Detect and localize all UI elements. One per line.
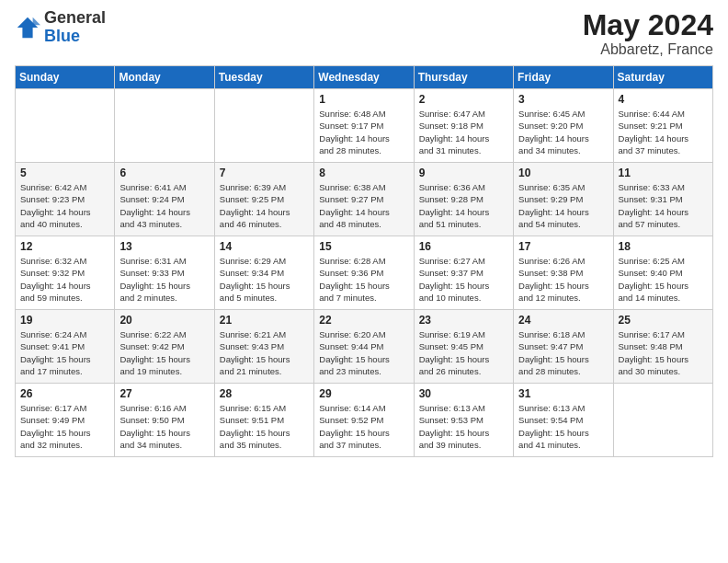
day-number: 22 [319,314,408,327]
day-info: Sunrise: 6:31 AM Sunset: 9:33 PM Dayligh… [119,255,209,304]
svg-marker-1 [33,17,40,25]
day-number: 2 [419,93,508,106]
day-header-monday: Monday [115,66,214,89]
day-cell: 3Sunrise: 6:45 AM Sunset: 9:20 PM Daylig… [514,89,613,163]
day-number: 12 [20,240,109,253]
day-header-sunday: Sunday [16,66,115,89]
day-header-tuesday: Tuesday [214,66,313,89]
day-number: 28 [220,387,309,400]
day-info: Sunrise: 6:13 AM Sunset: 9:54 PM Dayligh… [518,402,608,451]
day-info: Sunrise: 6:16 AM Sunset: 9:50 PM Dayligh… [119,402,209,451]
day-cell: 5Sunrise: 6:42 AM Sunset: 9:23 PM Daylig… [16,163,115,236]
day-header-saturday: Saturday [613,66,712,89]
day-info: Sunrise: 6:13 AM Sunset: 9:53 PM Dayligh… [419,402,508,451]
day-cell [115,89,214,163]
day-cell: 16Sunrise: 6:27 AM Sunset: 9:37 PM Dayli… [414,236,513,310]
week-row-2: 5Sunrise: 6:42 AM Sunset: 9:23 PM Daylig… [16,163,713,236]
calendar-location: Abbaretz, France [583,41,713,58]
day-info: Sunrise: 6:28 AM Sunset: 9:36 PM Dayligh… [319,255,408,304]
day-number: 13 [119,240,209,253]
day-info: Sunrise: 6:22 AM Sunset: 9:42 PM Dayligh… [119,328,209,377]
day-cell: 11Sunrise: 6:33 AM Sunset: 9:31 PM Dayli… [613,163,712,236]
days-header-row: SundayMondayTuesdayWednesdayThursdayFrid… [16,66,713,89]
day-number: 11 [619,167,708,179]
day-cell: 17Sunrise: 6:26 AM Sunset: 9:38 PM Dayli… [514,236,613,310]
day-cell: 22Sunrise: 6:20 AM Sunset: 9:44 PM Dayli… [314,310,414,384]
day-number: 23 [419,314,508,327]
day-header-thursday: Thursday [414,66,513,89]
day-number: 7 [220,167,309,179]
day-cell: 13Sunrise: 6:31 AM Sunset: 9:33 PM Dayli… [115,236,214,310]
day-cell: 9Sunrise: 6:36 AM Sunset: 9:28 PM Daylig… [414,163,513,236]
day-number: 18 [619,240,708,253]
day-info: Sunrise: 6:27 AM Sunset: 9:37 PM Dayligh… [419,255,508,304]
day-number: 9 [419,167,508,179]
day-number: 4 [619,93,708,106]
day-cell: 19Sunrise: 6:24 AM Sunset: 9:41 PM Dayli… [16,310,115,384]
logo-general-text: General [44,8,106,27]
day-header-wednesday: Wednesday [314,66,414,89]
day-cell: 23Sunrise: 6:19 AM Sunset: 9:45 PM Dayli… [414,310,513,384]
day-header-friday: Friday [514,66,613,89]
day-cell [613,384,712,457]
day-number: 30 [419,387,508,400]
day-info: Sunrise: 6:38 AM Sunset: 9:27 PM Dayligh… [319,181,408,230]
day-cell: 29Sunrise: 6:14 AM Sunset: 9:52 PM Dayli… [314,384,414,457]
day-number: 16 [419,240,508,253]
day-number: 14 [220,240,309,253]
day-info: Sunrise: 6:26 AM Sunset: 9:38 PM Dayligh… [518,255,608,304]
day-cell: 6Sunrise: 6:41 AM Sunset: 9:24 PM Daylig… [115,163,214,236]
day-info: Sunrise: 6:45 AM Sunset: 9:20 PM Dayligh… [518,108,608,156]
day-cell: 18Sunrise: 6:25 AM Sunset: 9:40 PM Dayli… [613,236,712,310]
week-row-3: 12Sunrise: 6:32 AM Sunset: 9:32 PM Dayli… [16,236,713,310]
day-info: Sunrise: 6:15 AM Sunset: 9:51 PM Dayligh… [220,402,309,451]
day-cell: 15Sunrise: 6:28 AM Sunset: 9:36 PM Dayli… [314,236,414,310]
day-cell: 10Sunrise: 6:35 AM Sunset: 9:29 PM Dayli… [514,163,613,236]
day-info: Sunrise: 6:25 AM Sunset: 9:40 PM Dayligh… [619,255,708,304]
day-number: 26 [20,387,109,400]
day-number: 10 [518,167,608,179]
title-block: May 2024 Abbaretz, France [583,9,713,58]
week-row-1: 1Sunrise: 6:48 AM Sunset: 9:17 PM Daylig… [16,89,713,163]
day-info: Sunrise: 6:17 AM Sunset: 9:49 PM Dayligh… [20,402,109,451]
week-row-4: 19Sunrise: 6:24 AM Sunset: 9:41 PM Dayli… [16,310,713,384]
day-cell: 27Sunrise: 6:16 AM Sunset: 9:50 PM Dayli… [115,384,214,457]
day-number: 21 [220,314,309,327]
logo-icon [15,15,40,40]
day-info: Sunrise: 6:35 AM Sunset: 9:29 PM Dayligh… [518,181,608,230]
day-cell [214,89,313,163]
day-info: Sunrise: 6:42 AM Sunset: 9:23 PM Dayligh… [20,181,109,230]
calendar-page: General Blue May 2024 Abbaretz, France S… [0,0,728,563]
day-info: Sunrise: 6:33 AM Sunset: 9:31 PM Dayligh… [619,181,708,230]
logo-blue-text: Blue [44,27,80,45]
day-cell: 31Sunrise: 6:13 AM Sunset: 9:54 PM Dayli… [514,384,613,457]
day-info: Sunrise: 6:29 AM Sunset: 9:34 PM Dayligh… [220,255,309,304]
day-number: 3 [518,93,608,106]
day-number: 31 [518,387,608,400]
calendar-title: May 2024 [583,9,713,41]
day-cell: 24Sunrise: 6:18 AM Sunset: 9:47 PM Dayli… [514,310,613,384]
day-info: Sunrise: 6:24 AM Sunset: 9:41 PM Dayligh… [20,328,109,377]
day-number: 25 [619,314,708,327]
day-info: Sunrise: 6:21 AM Sunset: 9:43 PM Dayligh… [220,328,309,377]
day-cell: 4Sunrise: 6:44 AM Sunset: 9:21 PM Daylig… [613,89,712,163]
day-info: Sunrise: 6:17 AM Sunset: 9:48 PM Dayligh… [619,328,708,377]
day-cell: 12Sunrise: 6:32 AM Sunset: 9:32 PM Dayli… [16,236,115,310]
day-cell: 28Sunrise: 6:15 AM Sunset: 9:51 PM Dayli… [214,384,313,457]
day-number: 5 [20,167,109,179]
day-number: 19 [20,314,109,327]
day-cell [16,89,115,163]
day-number: 29 [319,387,408,400]
day-cell: 21Sunrise: 6:21 AM Sunset: 9:43 PM Dayli… [214,310,313,384]
day-number: 24 [518,314,608,327]
logo: General Blue [15,9,106,46]
day-info: Sunrise: 6:48 AM Sunset: 9:17 PM Dayligh… [319,108,408,156]
day-info: Sunrise: 6:47 AM Sunset: 9:18 PM Dayligh… [419,108,508,156]
day-number: 20 [119,314,209,327]
day-cell: 1Sunrise: 6:48 AM Sunset: 9:17 PM Daylig… [314,89,414,163]
day-number: 6 [119,167,209,179]
day-info: Sunrise: 6:44 AM Sunset: 9:21 PM Dayligh… [619,108,708,156]
calendar-table: SundayMondayTuesdayWednesdayThursdayFrid… [15,65,713,457]
day-info: Sunrise: 6:14 AM Sunset: 9:52 PM Dayligh… [319,402,408,451]
day-cell: 26Sunrise: 6:17 AM Sunset: 9:49 PM Dayli… [16,384,115,457]
